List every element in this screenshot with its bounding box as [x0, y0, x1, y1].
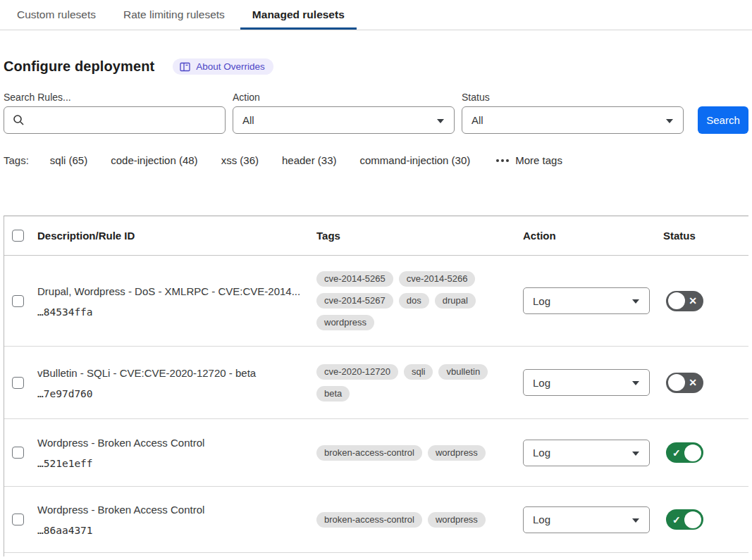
rule-description: Wordpress - Broken Access Control — [37, 503, 316, 517]
rule-tag-pill: cve-2020-12720 — [316, 364, 398, 380]
column-header-description: Description/Rule ID — [37, 230, 316, 242]
about-overrides-label: About Overrides — [196, 61, 265, 72]
tags-bar: Tags: sqli (65)code-injection (48)xss (3… — [4, 154, 748, 166]
rule-tag-pill: dos — [399, 293, 429, 309]
chevron-down-icon — [632, 381, 639, 385]
toggle-state-icon: ✕ — [689, 378, 697, 387]
rule-id: …521e1eff — [37, 458, 316, 469]
toggle-knob — [684, 511, 701, 528]
rule-action-select[interactable]: Log — [523, 369, 650, 396]
about-overrides-badge[interactable]: About Overrides — [173, 58, 273, 75]
tag-filter-item[interactable]: header (33) — [282, 154, 337, 166]
rule-tag-pill: cve-2014-5265 — [316, 271, 393, 287]
tag-filter-item[interactable]: xss (36) — [221, 154, 259, 166]
rule-status-toggle[interactable]: ✓ — [666, 509, 703, 530]
column-header-action: Action — [523, 230, 663, 242]
rule-action-value: Log — [533, 377, 550, 389]
ruleset-tabbar: Custom rulesetsRate limiting rulesetsMan… — [0, 0, 752, 30]
rule-action-select[interactable]: Log — [523, 506, 650, 533]
rule-tag-pill: sqli — [404, 364, 433, 380]
rule-action-value: Log — [533, 295, 550, 307]
table-row: Wordpress - Broken Access Control …521e1… — [4, 419, 748, 487]
rule-id: …86aa4371 — [37, 525, 316, 536]
rule-description: vBulletin - SQLi - CVE:CVE-2020-12720 - … — [37, 366, 316, 380]
table-row: Drupal, Wordpress - DoS - XMLRPC - CVE:C… — [4, 256, 748, 347]
table-row: vBulletin - SQLi - CVE:CVE-2020-12720 - … — [4, 347, 748, 419]
tags-bar-label: Tags: — [4, 154, 29, 166]
toggle-knob — [668, 292, 685, 309]
rule-tag-pill: wordpress — [428, 512, 486, 528]
chevron-down-icon — [632, 452, 639, 456]
rule-tag-pill: beta — [316, 386, 350, 402]
status-filter-label: Status — [462, 92, 684, 103]
chevron-down-icon — [632, 299, 639, 304]
toggle-state-icon: ✓ — [672, 447, 681, 457]
status-filter-select[interactable]: All — [462, 106, 684, 134]
table-row: Wordpress - Broken Access Control …86aa4… — [4, 487, 748, 553]
rule-tag-pill: broken-access-control — [316, 445, 422, 461]
toggle-state-icon: ✓ — [672, 514, 681, 524]
rule-tags: broken-access-controlwordpress — [316, 445, 505, 461]
rule-status-toggle[interactable]: ✓ — [666, 442, 703, 463]
rule-tag-pill: wordpress — [428, 445, 486, 461]
tag-filter-item[interactable]: command-injection (30) — [360, 154, 471, 166]
rule-action-value: Log — [533, 447, 550, 459]
rule-tags: broken-access-controlwordpress — [316, 512, 505, 528]
row-checkbox[interactable] — [12, 295, 24, 307]
ellipsis-icon — [496, 159, 509, 162]
heading-row: Configure deployment About Overrides — [4, 58, 748, 75]
chevron-down-icon — [632, 518, 639, 523]
row-checkbox[interactable] — [12, 447, 24, 459]
rule-tag-pill: cve-2014-5267 — [316, 293, 393, 309]
row-checkbox[interactable] — [12, 377, 24, 389]
search-rules-input[interactable] — [31, 114, 207, 126]
rule-id: …84534ffa — [37, 306, 316, 318]
rule-id: …7e97d760 — [37, 388, 316, 399]
search-icon — [13, 114, 25, 128]
search-rules-input-wrap — [4, 106, 226, 134]
rule-tag-pill: drupal — [435, 293, 476, 309]
book-icon — [180, 62, 190, 72]
chevron-down-icon — [666, 119, 673, 123]
rule-tag-pill: wordpress — [316, 315, 374, 330]
more-tags-button[interactable]: More tags — [496, 154, 562, 166]
filters-row: Search Rules... Action All Status — [4, 92, 748, 134]
search-rules-label: Search Rules... — [4, 92, 226, 103]
rule-description: Drupal, Wordpress - DoS - XMLRPC - CVE:C… — [37, 285, 316, 299]
rule-status-toggle[interactable]: ✕ — [666, 373, 703, 393]
column-header-tags: Tags — [316, 230, 523, 242]
tab-rate-limiting-rulesets[interactable]: Rate limiting rulesets — [111, 0, 237, 30]
next-row-cropped — [4, 553, 748, 556]
action-filter-value: All — [242, 114, 254, 126]
search-button[interactable]: Search — [698, 106, 748, 134]
action-filter-select[interactable]: All — [233, 106, 455, 134]
rule-status-toggle[interactable]: ✕ — [666, 291, 703, 311]
page-title: Configure deployment — [4, 58, 154, 75]
toggle-state-icon: ✕ — [689, 296, 697, 306]
tag-filter-item[interactable]: sqli (65) — [50, 154, 87, 166]
status-filter-value: All — [471, 114, 483, 126]
rule-tag-pill: cve-2014-5266 — [399, 271, 476, 287]
toggle-knob — [668, 374, 685, 391]
rule-tag-pill: vbulletin — [438, 364, 488, 380]
toggle-knob — [684, 444, 701, 461]
select-all-checkbox[interactable] — [12, 230, 24, 242]
more-tags-label: More tags — [515, 154, 562, 166]
chevron-down-icon — [437, 119, 444, 123]
rule-action-value: Log — [533, 514, 550, 525]
managed-rules-table: Description/Rule ID Tags Action Status D… — [4, 216, 748, 553]
rule-action-select[interactable]: Log — [523, 287, 650, 314]
rule-tags: cve-2020-12720sqlivbulletinbeta — [316, 364, 505, 402]
tag-filter-item[interactable]: code-injection (48) — [111, 154, 197, 166]
tab-managed-rulesets[interactable]: Managed rulesets — [240, 0, 357, 30]
rule-description: Wordpress - Broken Access Control — [37, 436, 316, 450]
rule-tags: cve-2014-5265cve-2014-5266cve-2014-5267d… — [316, 271, 505, 330]
rule-action-select[interactable]: Log — [523, 440, 650, 466]
tab-custom-rulesets[interactable]: Custom rulesets — [5, 0, 108, 30]
action-filter-label: Action — [233, 92, 455, 103]
table-header-row: Description/Rule ID Tags Action Status — [4, 216, 748, 256]
rule-tag-pill: broken-access-control — [316, 512, 422, 528]
row-checkbox[interactable] — [12, 514, 24, 525]
column-header-status: Status — [663, 230, 748, 242]
